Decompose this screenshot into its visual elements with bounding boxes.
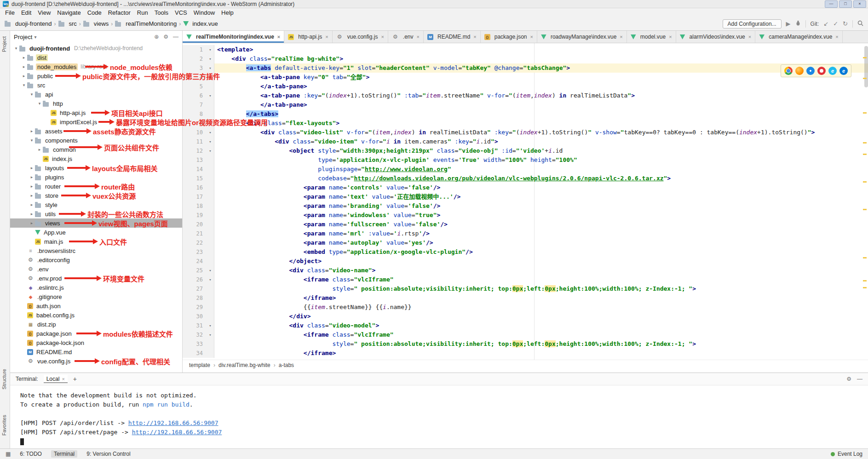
menu-tools[interactable]: Tools <box>151 9 172 17</box>
locate-file-icon[interactable]: ⊕ <box>154 34 159 40</box>
fold-marker-icon[interactable]: ▾ <box>207 266 214 275</box>
chevron-closed-icon[interactable]: ▸ <box>21 55 27 60</box>
search-everywhere-icon[interactable] <box>857 20 863 28</box>
tree-item[interactable]: ▸assets <box>10 126 182 136</box>
breadcrumb-item[interactable]: duoji-frontend <box>5 20 52 27</box>
chevron-open-icon[interactable]: ▾ <box>21 83 27 87</box>
tree-item[interactable]: ▦dist.zip <box>10 320 182 329</box>
menu-vcs[interactable]: VCS <box>172 9 190 17</box>
new-terminal-session-button[interactable]: + <box>73 375 77 383</box>
fold-marker-icon[interactable]: ▾ <box>207 119 214 128</box>
git-commit-icon[interactable]: ✓ <box>833 20 838 27</box>
tree-item[interactable]: ▸style <box>10 200 182 209</box>
opera-browser-icon[interactable] <box>817 67 826 75</box>
chrome-browser-icon[interactable] <box>784 67 793 75</box>
maximize-button[interactable]: □ <box>839 0 852 8</box>
code-line[interactable]: 14 pluginspage="http://www.videolan.org" <box>183 165 868 174</box>
fold-marker-icon[interactable]: ▾ <box>207 137 214 146</box>
tree-item[interactable]: ▸dist <box>10 53 182 62</box>
editor-breadcrumb-item[interactable]: template <box>189 362 210 368</box>
breadcrumb-item[interactable]: views <box>83 20 109 27</box>
code-line[interactable]: 17 <param name='text' value='正在加载视频中...'… <box>183 192 868 201</box>
editor-breadcrumb-item[interactable]: a-tabs <box>279 362 294 368</box>
menu-run[interactable]: Run <box>134 9 151 17</box>
tree-item[interactable]: {}package-lock.json <box>10 338 182 347</box>
tree-item[interactable]: ⚙.env.prod <box>10 274 182 283</box>
chevron-open-icon[interactable]: ▾ <box>29 92 35 97</box>
terminal-output[interactable]: Note that the development build is not o… <box>10 385 868 446</box>
chevron-closed-icon[interactable]: ▸ <box>29 193 35 198</box>
tree-item[interactable]: JSimportExcel.js <box>10 117 182 126</box>
tree-item[interactable]: ▾src <box>10 80 182 90</box>
code-area[interactable]: 1▾<template>2▾ <div class="realTime bg-w… <box>183 43 868 360</box>
firefox-browser-icon[interactable] <box>795 67 804 75</box>
code-line[interactable]: 3▾ <a-tabs default-active-key="1" slot="… <box>183 63 868 73</box>
close-tab-icon[interactable]: × <box>620 34 622 40</box>
close-tab-icon[interactable]: × <box>417 34 420 40</box>
close-tab-icon[interactable]: × <box>381 34 384 40</box>
fold-marker-icon[interactable]: ▾ <box>207 321 214 330</box>
chevron-down-icon[interactable]: ▾ <box>34 34 36 40</box>
code-line[interactable]: 34 </iframe> <box>183 349 868 358</box>
editor-breadcrumb-item[interactable]: div.realTime.bg-white <box>218 362 270 368</box>
tree-item[interactable]: ≡.browserslistrc <box>10 246 182 255</box>
chevron-open-icon[interactable]: ▾ <box>29 138 35 143</box>
ie-browser-icon[interactable]: e <box>828 67 837 75</box>
chevron-closed-icon[interactable]: ▸ <box>29 212 35 216</box>
fold-marker-icon[interactable]: ▾ <box>207 275 214 284</box>
chevron-closed-icon[interactable]: ▸ <box>29 129 35 133</box>
chevron-closed-icon[interactable]: ▸ <box>29 184 35 189</box>
code-line[interactable]: 7 </a-tab-pane> <box>183 100 868 109</box>
tree-item[interactable]: ◆.eslintrc.js <box>10 283 182 292</box>
close-tab-icon[interactable]: × <box>748 34 751 40</box>
tree-item[interactable]: ▸node_moduleslibrary root <box>10 62 182 71</box>
run-icon[interactable]: ▶ <box>786 20 791 27</box>
code-line[interactable]: 27 style=" position:absolute;visibility:… <box>183 284 868 293</box>
favorites-stripe-button[interactable]: Favorites <box>1 415 7 436</box>
edge-browser-icon[interactable]: e <box>839 67 848 75</box>
code-line[interactable]: 20 <param name='fullscreen' value='false… <box>183 220 868 229</box>
close-tab-icon[interactable]: × <box>530 34 533 40</box>
code-line[interactable]: 24 </object> <box>183 257 868 266</box>
tree-item[interactable]: ▸utils <box>10 209 182 218</box>
breadcrumb-item[interactable]: realTimeMonitoring <box>115 20 177 27</box>
fold-marker-icon[interactable]: ▾ <box>207 63 214 73</box>
tree-item[interactable]: ⚙.env <box>10 264 182 274</box>
code-line[interactable]: 15 codebase="http://downloads.videolan.o… <box>183 174 868 183</box>
code-line[interactable]: 26▾ <iframe class="vlcIframe" <box>183 275 868 284</box>
menu-help[interactable]: Help <box>218 9 237 17</box>
git-rollback-icon[interactable]: ↻ <box>843 20 848 27</box>
editor-tab[interactable]: JShttp-api.js× <box>284 31 332 43</box>
code-line[interactable]: 28 </iframe> <box>183 293 868 303</box>
debug-icon[interactable] <box>795 20 801 27</box>
code-line[interactable]: 13 type='application/x-vlc-plugin' event… <box>183 155 868 165</box>
editor-tab[interactable]: ⚙vue.config.js× <box>333 31 388 43</box>
close-tab-icon[interactable]: × <box>325 34 328 40</box>
close-tab-icon[interactable]: × <box>669 34 672 40</box>
editor-tab[interactable]: alarmVideos\index.vue× <box>676 31 756 43</box>
tree-item[interactable]: ⚙vue.config.js <box>10 356 182 366</box>
menu-edit[interactable]: Edit <box>18 9 34 17</box>
editor-tab[interactable]: ⚙.env× <box>388 31 424 43</box>
chevron-open-icon[interactable]: ▾ <box>13 46 19 51</box>
menu-navigate[interactable]: Navigate <box>54 9 84 17</box>
tree-item[interactable]: JShttp-api.js <box>10 108 182 117</box>
close-tab-icon[interactable]: × <box>277 34 280 40</box>
tree-item[interactable]: ▸public <box>10 71 182 80</box>
chevron-closed-icon[interactable]: ▸ <box>29 166 35 170</box>
fold-marker-icon[interactable]: ▾ <box>207 54 214 63</box>
code-line[interactable]: 30 </div> <box>183 312 868 321</box>
tree-item[interactable]: ▸router <box>10 182 182 191</box>
code-line[interactable]: 19 <param name='windowless' value="true"… <box>183 211 868 220</box>
fold-marker-icon[interactable]: ▾ <box>207 73 214 82</box>
hide-panel-icon[interactable]: — <box>173 34 178 40</box>
menu-file[interactable]: File <box>2 9 18 17</box>
code-line[interactable]: 31▾ <div class="video-model"> <box>183 321 868 330</box>
fold-marker-icon[interactable]: ▾ <box>207 128 214 137</box>
terminal-tab-local[interactable]: Local × <box>44 375 68 383</box>
code-line[interactable]: 5 </a-tab-pane> <box>183 82 868 91</box>
code-line[interactable]: 23 <embed type="application/x-google-vlc… <box>183 247 868 257</box>
code-line[interactable]: 25▾ <div class="video-name"> <box>183 266 868 275</box>
git-update-icon[interactable]: ↙ <box>823 20 828 27</box>
editor-tab[interactable]: MREADME.md× <box>424 31 481 43</box>
